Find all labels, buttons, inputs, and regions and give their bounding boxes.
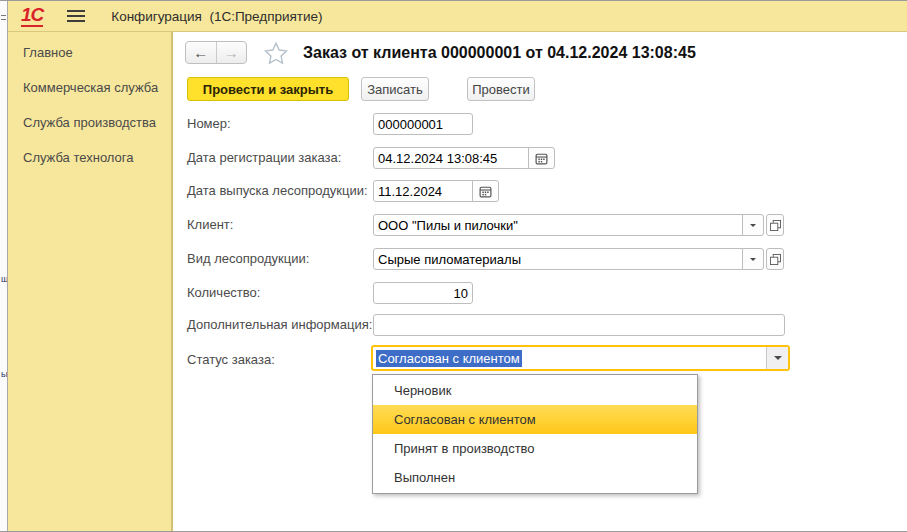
reg-date-input[interactable]: [373, 147, 529, 169]
app-window: щ ьц 1С Конфигурация (1С:Предприятие) Гл…: [0, 0, 907, 532]
document-title: Заказ от клиента 000000001 от 04.12.2024…: [303, 41, 696, 65]
status-option-done[interactable]: Выполнен: [373, 463, 697, 492]
chevron-down-icon: [750, 224, 756, 227]
background-text-fragment: ьц: [1, 369, 8, 379]
product-kind-label: Вид лесопродукции:: [187, 248, 309, 270]
chevron-down-icon: [750, 258, 756, 261]
form-row-reg-date: Дата регистрации заказа:: [0, 147, 907, 173]
quantity-input[interactable]: [373, 282, 473, 304]
forward-icon[interactable]: →: [217, 42, 247, 63]
status-option-draft[interactable]: Черновик: [373, 376, 697, 405]
reg-date-label: Дата регистрации заказа:: [187, 147, 341, 169]
status-option-agreed[interactable]: Согласован с клиентом: [373, 405, 697, 434]
post-button[interactable]: Провести: [467, 77, 535, 101]
save-button[interactable]: Записать: [361, 77, 429, 101]
open-item-icon: [770, 220, 781, 231]
app-title: Конфигурация (1С:Предприятие): [111, 9, 322, 24]
product-kind-dropdown-button[interactable]: [742, 248, 764, 270]
extra-info-input[interactable]: [373, 314, 785, 336]
client-input[interactable]: [373, 214, 743, 236]
background-fragment-bar: [1, 15, 6, 16]
status-combobox[interactable]: Согласован с клиентом: [371, 345, 790, 371]
client-label: Клиент:: [187, 214, 233, 236]
number-label: Номер:: [187, 113, 231, 135]
status-value[interactable]: Согласован с клиентом: [373, 347, 766, 369]
release-date-input[interactable]: [373, 180, 473, 202]
calendar-icon: [535, 152, 548, 165]
calendar-icon: [479, 185, 492, 198]
form-row-release-date: Дата выпуска лесопродукции:: [0, 180, 907, 206]
form-row-number: Номер:: [0, 113, 907, 139]
back-icon[interactable]: ←: [186, 42, 217, 63]
reg-date-calendar-button[interactable]: [528, 147, 555, 169]
form-row-product-kind: Вид лесопродукции:: [0, 248, 907, 274]
chevron-down-icon: [774, 356, 782, 360]
status-label: Статус заказа:: [187, 349, 275, 371]
status-dropdown-button[interactable]: [766, 347, 788, 369]
background-window-edge: щ ьц: [0, 1, 8, 531]
favorite-star-icon[interactable]: [263, 41, 289, 65]
form-row-client: Клиент:: [0, 214, 907, 240]
form-row-quantity: Количество:: [0, 282, 907, 308]
sidebar-item-main[interactable]: Главное: [8, 35, 171, 70]
background-fragment-bar: [1, 19, 6, 20]
release-date-calendar-button[interactable]: [472, 180, 499, 202]
titlebar: 1С Конфигурация (1С:Предприятие): [8, 1, 907, 32]
open-item-icon: [770, 254, 781, 265]
form-row-extra-info: Дополнительная информация:: [0, 314, 907, 340]
history-nav: ← →: [185, 41, 247, 64]
release-date-label: Дата выпуска лесопродукции:: [187, 180, 368, 202]
background-text-fragment: щ: [1, 274, 8, 284]
extra-info-label: Дополнительная информация:: [187, 314, 372, 336]
hamburger-menu-icon[interactable]: [67, 10, 85, 22]
client-dropdown-button[interactable]: [742, 214, 764, 236]
sidebar-item-commercial[interactable]: Коммерческая служба: [8, 70, 171, 105]
1c-logo: 1С: [21, 5, 43, 27]
status-selected-text: Согласован с клиентом: [376, 350, 522, 367]
submit-and-close-button[interactable]: Провести и закрыть: [187, 77, 349, 101]
status-option-accepted[interactable]: Принят в производство: [373, 434, 697, 463]
client-open-button[interactable]: [766, 214, 784, 236]
quantity-label: Количество:: [187, 282, 260, 304]
number-input[interactable]: [373, 113, 473, 135]
product-kind-open-button[interactable]: [766, 248, 784, 270]
status-dropdown-list: Черновик Согласован с клиентом Принят в …: [372, 374, 698, 494]
product-kind-input[interactable]: [373, 248, 743, 270]
